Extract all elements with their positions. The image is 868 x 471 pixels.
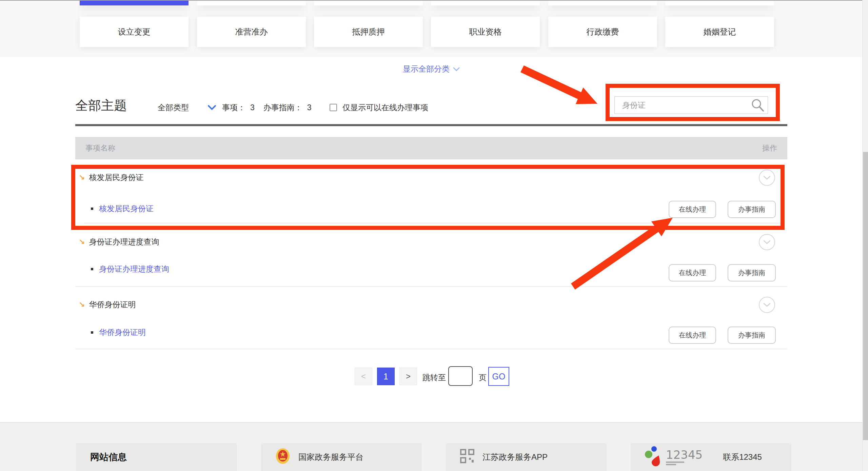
type-dropdown[interactable]: 全部类型: [158, 102, 216, 113]
items-label: 事项：: [222, 102, 245, 113]
result-stats: 事项： 3 办事指南： 3: [222, 102, 320, 113]
expand-arrow-icon: ↘: [79, 301, 85, 309]
national-platform-label: 国家政务服务平台: [298, 452, 363, 463]
service-link[interactable]: 华侨身份证明: [99, 327, 146, 338]
guide-button[interactable]: 办事指南: [728, 201, 776, 218]
chevron-down-icon: [208, 103, 216, 112]
guide-button[interactable]: 办事指南: [728, 264, 776, 281]
online-only-label: 仅显示可以在线办理事项: [342, 102, 428, 113]
national-emblem-icon: [275, 448, 290, 466]
bullet-icon: [91, 331, 93, 334]
table-row[interactable]: ↘ 核发居民身份证: [79, 172, 143, 183]
jump-to-label: 跳转至: [422, 372, 446, 383]
next-page-button[interactable]: >: [399, 368, 417, 385]
hotline-label: 联系12345: [723, 452, 762, 463]
guides-label: 办事指南：: [263, 102, 302, 113]
items-count: 3: [250, 103, 255, 112]
table-row[interactable]: ↘ 华侨身份证明: [79, 299, 136, 310]
show-all-categories-link[interactable]: 显示全部分类: [0, 64, 863, 74]
expand-arrow-icon: ↘: [79, 238, 85, 246]
page: 设立变更 准营准办 抵押质押 职业资格 行政缴费 婚姻登记 显示全部分类 全部主…: [0, 0, 868, 471]
hotline-logo-text: 12345: [666, 449, 703, 460]
table-header: 事项名称 操作: [75, 137, 787, 159]
category-card-setup-change[interactable]: 设立变更: [80, 17, 189, 47]
category-card-partial[interactable]: [431, 1, 540, 5]
jump-page-input[interactable]: [448, 366, 473, 386]
table-row[interactable]: ↘ 身份证办理进度查询: [79, 237, 159, 247]
annotation-arrow-to-online-button: [571, 218, 673, 290]
online-only-checkbox[interactable]: [330, 104, 337, 111]
row-title-label: 身份证办理进度查询: [89, 237, 159, 247]
page-title: 全部主题: [75, 97, 127, 114]
search-input[interactable]: [615, 97, 768, 114]
bullet-icon: [91, 268, 93, 270]
row-divider: [84, 223, 783, 223]
collapse-toggle[interactable]: [759, 170, 775, 186]
category-card-partial[interactable]: [314, 1, 423, 5]
search-box[interactable]: [614, 96, 768, 114]
footer-national-platform-card[interactable]: 国家政务服务平台: [261, 443, 422, 471]
table-top-border: [75, 124, 787, 126]
site-info-label: 网站信息: [90, 451, 127, 463]
footer-site-info-card[interactable]: 网站信息: [76, 443, 237, 471]
category-card-partial[interactable]: [665, 1, 774, 5]
hotline-logo-small-print: [666, 462, 703, 465]
online-handle-button[interactable]: 在线办理: [669, 201, 716, 218]
category-card-qualification[interactable]: 职业资格: [431, 17, 540, 47]
type-dropdown-label: 全部类型: [158, 102, 189, 113]
service-link[interactable]: 身份证办理进度查询: [99, 264, 169, 274]
collapse-toggle[interactable]: [759, 297, 775, 313]
row-divider: [75, 349, 787, 349]
row-title-label: 核发居民身份证: [89, 172, 143, 183]
search-icon[interactable]: [751, 98, 765, 113]
hotline-12345-logo: [645, 446, 660, 468]
online-handle-button[interactable]: 在线办理: [669, 327, 716, 344]
current-page-button[interactable]: 1: [377, 368, 395, 385]
category-card-partial-selected[interactable]: [80, 1, 189, 5]
bullet-icon: [91, 208, 93, 210]
collapse-toggle[interactable]: [759, 234, 775, 250]
row-title-label: 华侨身份证明: [89, 299, 136, 310]
footer-hotline-card[interactable]: 12345 联系12345: [631, 443, 791, 471]
column-action: 操作: [762, 143, 777, 153]
footer-jiangsu-app-card[interactable]: 江苏政务服务APP: [446, 443, 607, 471]
chevron-down-icon: [453, 64, 460, 74]
category-card-permit[interactable]: 准营准办: [197, 17, 306, 47]
category-card-partial[interactable]: [548, 1, 657, 5]
category-card-marriage[interactable]: 婚姻登记: [665, 17, 774, 47]
guides-count: 3: [307, 103, 312, 112]
guide-button[interactable]: 办事指南: [728, 327, 776, 344]
category-card-partial[interactable]: [197, 1, 306, 5]
go-button[interactable]: GO: [488, 367, 509, 386]
prev-page-button[interactable]: <: [355, 368, 372, 385]
expand-arrow-icon: ↘: [79, 174, 85, 181]
scrollbar-thumb[interactable]: [863, 152, 868, 440]
category-card-admin-fee[interactable]: 行政缴费: [548, 17, 657, 47]
service-link[interactable]: 核发居民身份证: [99, 203, 154, 214]
row-divider: [75, 286, 787, 287]
jiangsu-app-label: 江苏政务服务APP: [482, 452, 548, 463]
annotation-rect-first-row: [71, 165, 785, 230]
page-unit-label: 页: [479, 372, 487, 383]
qr-code-icon: [460, 449, 474, 465]
category-card-mortgage[interactable]: 抵押质押: [314, 17, 423, 47]
show-all-categories-label: 显示全部分类: [403, 64, 450, 74]
online-handle-button[interactable]: 在线办理: [669, 264, 716, 281]
column-item-name: 事项名称: [85, 143, 115, 153]
